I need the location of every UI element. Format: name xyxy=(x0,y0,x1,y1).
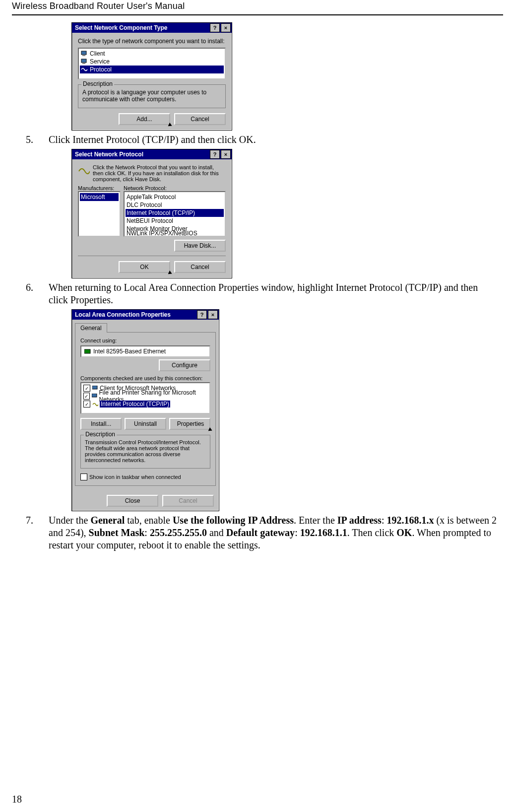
step-number: 7. xyxy=(12,514,49,527)
page-number: 18 xyxy=(12,794,22,805)
show-icon-label: Show icon in taskbar when connected xyxy=(89,474,181,480)
monitor-icon xyxy=(81,51,88,57)
add-button[interactable]: Add... xyxy=(119,113,170,125)
dialog3-titlebar: Local Area Connection Properties ? × xyxy=(72,310,219,320)
step-5: 5. Click Internet Protocol (TCP/IP) and … xyxy=(12,134,503,146)
ok-button[interactable]: OK xyxy=(119,261,170,273)
step-text: Under the General tab, enable Use the fo… xyxy=(49,514,503,551)
dialog2-prompt: Click the Network Protocol that you want… xyxy=(93,164,226,182)
cancel-button[interactable]: Cancel xyxy=(174,261,226,273)
protocol-label: Network Protocol: xyxy=(124,185,226,191)
description-group: Description A protocol is a language you… xyxy=(78,84,226,108)
list-item-label: Microsoft xyxy=(81,194,105,201)
figure-select-component-type: Select Network Component Type ? × Click … xyxy=(12,22,503,131)
close-icon[interactable]: × xyxy=(221,23,231,32)
page-header: Wireless Broadband Router User's Manual xyxy=(0,0,515,14)
close-icon[interactable]: × xyxy=(221,150,231,159)
svg-rect-3 xyxy=(82,63,85,64)
list-item-tcpip[interactable]: Internet Protocol (TCP/IP) xyxy=(126,209,224,217)
dialog1-titlebar: Select Network Component Type ? × xyxy=(72,23,232,33)
dialog3-title: Local Area Connection Properties xyxy=(73,311,196,318)
components-label: Components checked are used by this conn… xyxy=(80,375,210,381)
list-item[interactable]: NWLink IPX/SPX/NetBIOS Compatible Transp… xyxy=(126,233,224,237)
checkbox-icon[interactable]: ✓ xyxy=(83,393,90,400)
list-item-manufacturer[interactable]: Microsoft xyxy=(80,193,119,201)
dialog1-title: Select Network Component Type xyxy=(73,24,209,31)
group-caption: Description xyxy=(81,80,114,87)
header-rule xyxy=(12,14,503,15)
adapter-field: Intel 82595-Based Ethernet xyxy=(80,345,210,357)
connect-using-label: Connect using: xyxy=(80,338,210,343)
list-item-label: NWLink IPX/SPX/NetBIOS Compatible Transp… xyxy=(127,230,223,237)
list-item-label: AppleTalk Protocol xyxy=(127,194,176,201)
checkbox-icon[interactable] xyxy=(80,474,87,480)
show-icon-row[interactable]: Show icon in taskbar when connected xyxy=(80,474,210,480)
close-icon[interactable]: × xyxy=(208,310,218,319)
step-text: Click Internet Protocol (TCP/IP) and the… xyxy=(49,134,503,146)
svg-rect-0 xyxy=(81,51,86,55)
svg-rect-5 xyxy=(92,386,97,389)
dialog1-prompt: Click the type of network component you … xyxy=(78,38,226,45)
figure-lan-properties: Local Area Connection Properties ? × Gen… xyxy=(12,309,503,511)
list-item-protocol[interactable]: Protocol xyxy=(80,66,224,73)
monitor-icon xyxy=(81,59,88,65)
step-6: 6. When returning to Local Area Connecti… xyxy=(12,281,503,306)
cancel-button: Cancel xyxy=(162,495,214,507)
list-item-label: Service xyxy=(90,58,110,65)
nic-icon xyxy=(84,348,91,354)
svg-rect-1 xyxy=(82,55,85,56)
install-button[interactable]: Install... xyxy=(80,418,122,430)
list-item[interactable]: NetBEUI Protocol xyxy=(126,217,224,225)
step-text: When returning to Local Area Connection … xyxy=(49,281,503,306)
close-button[interactable]: Close xyxy=(107,495,158,507)
dialog2-title: Select Network Protocol xyxy=(73,151,209,158)
properties-button[interactable]: Properties xyxy=(169,418,210,430)
configure-button[interactable]: Configure xyxy=(159,359,210,371)
adapter-name: Intel 82595-Based Ethernet xyxy=(93,348,166,355)
tab-general[interactable]: General xyxy=(75,323,107,333)
list-item-label: Internet Protocol (TCP/IP) xyxy=(100,401,170,407)
protocol-listbox[interactable]: AppleTalk Protocol DLC Protocol Internet… xyxy=(124,191,226,237)
monitor-icon xyxy=(92,394,98,399)
checkbox-icon[interactable]: ✓ xyxy=(83,401,90,407)
have-disk-button[interactable]: Have Disk... xyxy=(174,240,226,252)
list-item[interactable]: ✓File and Printer Sharing for Microsoft … xyxy=(82,392,208,400)
cable-icon xyxy=(78,164,90,174)
list-item-client[interactable]: Client xyxy=(80,50,224,58)
svg-rect-6 xyxy=(92,394,97,397)
svg-rect-4 xyxy=(84,349,90,353)
figure-select-network-protocol: Select Network Protocol ? × Click the Ne… xyxy=(12,149,503,278)
help-icon[interactable]: ? xyxy=(210,23,220,32)
help-icon[interactable]: ? xyxy=(197,310,207,319)
uninstall-button[interactable]: Uninstall xyxy=(125,418,166,430)
dialog2-titlebar: Select Network Protocol ? × xyxy=(72,149,232,159)
component-type-listbox[interactable]: Client Service Protocol xyxy=(78,48,226,79)
step-number: 5. xyxy=(12,134,49,146)
components-listbox[interactable]: ✓Client for Microsoft Networks ✓File and… xyxy=(80,382,210,414)
help-icon[interactable]: ? xyxy=(210,150,220,159)
cable-icon xyxy=(92,402,98,406)
list-item-label: Protocol xyxy=(90,66,112,73)
cancel-button[interactable]: Cancel xyxy=(174,113,226,125)
list-item-label: DLC Protocol xyxy=(127,202,162,208)
list-item-label: Client xyxy=(90,50,105,57)
description-text: A protocol is a language your computer u… xyxy=(82,89,221,103)
group-caption: Description xyxy=(84,431,117,438)
step-number: 6. xyxy=(12,281,49,294)
description-text: Transmission Control Protocol/Internet P… xyxy=(85,439,206,463)
list-item[interactable]: DLC Protocol xyxy=(126,201,224,209)
step-7: 7. Under the General tab, enable Use the… xyxy=(12,514,503,551)
list-item[interactable]: AppleTalk Protocol xyxy=(126,193,224,201)
list-item-label: Internet Protocol (TCP/IP) xyxy=(127,209,195,216)
manufacturers-listbox[interactable]: Microsoft xyxy=(78,191,121,237)
list-item-service[interactable]: Service xyxy=(80,58,224,66)
cable-icon xyxy=(81,67,88,72)
manufacturers-label: Manufacturers: xyxy=(78,185,121,191)
checkbox-icon[interactable]: ✓ xyxy=(83,385,90,392)
list-item-label: NetBEUI Protocol xyxy=(127,217,173,224)
monitor-icon xyxy=(92,386,98,391)
description-group: Description Transmission Control Protoco… xyxy=(80,435,210,469)
svg-rect-2 xyxy=(81,59,86,63)
